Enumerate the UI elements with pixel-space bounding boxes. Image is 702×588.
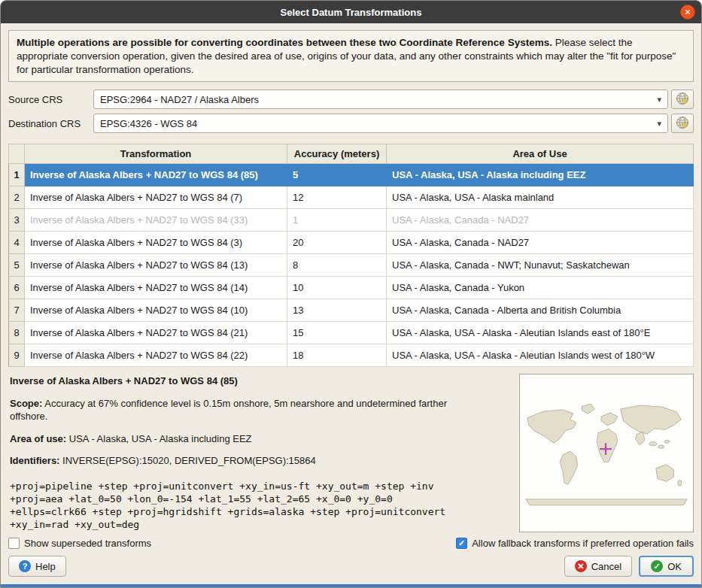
accuracy-cell: 13 — [287, 299, 387, 322]
help-icon: ? — [19, 560, 31, 572]
transformation-cell: Inverse of Alaska Albers + NAD27 to WGS … — [25, 344, 287, 367]
row-number: 8 — [9, 322, 25, 344]
area-cell: USA - Alaska, USA - Alaska - Aleutian Is… — [387, 344, 694, 367]
titlebar: Select Datum Transformations ✕ — [1, 1, 701, 23]
transformation-cell: Inverse of Alaska Albers + NAD27 to WGS … — [25, 232, 287, 254]
destination-crs-row: Destination CRS EPSG:4326 - WGS 84 ▾ — [8, 114, 694, 133]
transformation-details: Inverse of Alaska Albers + NAD27 to WGS … — [8, 374, 694, 532]
area-cell: USA - Alaska, Canada - NAD27 — [387, 232, 694, 254]
select-datum-transformations-dialog: Select Datum Transformations ✕ Multiple … — [0, 0, 702, 588]
row-number: 2 — [9, 186, 25, 209]
area-cell: USA - Alaska, USA - Alaska - Aleutian Is… — [387, 322, 694, 344]
chevron-down-icon: ▾ — [657, 95, 661, 105]
details-area-of-use: Area of use: USA - Alaska, USA - Alaska … — [10, 433, 461, 446]
accuracy-cell: 18 — [287, 344, 387, 367]
area-cell: USA - Alaska, Canada - NWT; Nunavut; Sas… — [387, 254, 694, 277]
area-of-use-map — [519, 374, 694, 532]
source-crs-row: Source CRS EPSG:2964 - NAD27 / Alaska Al… — [8, 89, 694, 109]
area-cell: USA - Alaska, USA - Alaska mainland — [387, 186, 694, 209]
ok-button-label: OK — [667, 561, 682, 572]
accuracy-cell: 20 — [287, 232, 387, 254]
accuracy-cell: 12 — [287, 186, 387, 209]
source-crs-picker-button[interactable] — [671, 89, 694, 109]
source-crs-combobox[interactable]: EPSG:2964 - NAD27 / Alaska Albers ▾ — [93, 89, 668, 109]
proj-pipeline-string: +proj=pipeline +step +proj=unitconvert +… — [10, 480, 461, 532]
column-header-area[interactable]: Area of Use — [387, 144, 694, 164]
accuracy-cell: 8 — [287, 254, 387, 277]
allow-fallback-checkbox[interactable]: ✓ Allow fallback transforms if preferred… — [456, 538, 694, 549]
crs-globe-icon — [676, 116, 689, 132]
checkbox-check-icon: ✓ — [456, 538, 467, 549]
row-number: 6 — [9, 277, 25, 299]
transformation-cell: Inverse of Alaska Albers + NAD27 to WGS … — [25, 209, 287, 232]
accuracy-cell: 15 — [287, 322, 387, 344]
destination-crs-label: Destination CRS — [8, 118, 93, 129]
dialog-button-row: ? Help ✕ Cancel ✓ OK — [8, 556, 694, 580]
area-of-use-label: Area of use: — [10, 433, 66, 444]
show-superseded-checkbox[interactable]: Show superseded transforms — [8, 538, 151, 549]
transformation-cell: Inverse of Alaska Albers + NAD27 to WGS … — [25, 254, 287, 277]
chevron-down-icon: ▾ — [657, 119, 661, 129]
ok-check-icon: ✓ — [651, 560, 663, 572]
area-cell: USA - Alaska, USA - Alaska including EEZ — [387, 164, 694, 186]
row-number: 9 — [9, 344, 25, 367]
scope-text: Accuracy at 67% confidence level is 0.15… — [10, 398, 447, 422]
area-cell: USA - Alaska, Canada - Alberta and Briti… — [387, 299, 694, 322]
details-text: Inverse of Alaska Albers + NAD27 to WGS … — [8, 374, 519, 532]
accuracy-cell: 5 — [287, 164, 387, 186]
source-crs-label: Source CRS — [8, 94, 93, 105]
intro-message: Multiple operations are possible for con… — [8, 30, 694, 82]
row-number: 7 — [9, 299, 25, 322]
window-bottom-edge — [1, 584, 701, 587]
identifiers-label: Identifiers: — [10, 455, 59, 466]
options-row: Show superseded transforms ✓ Allow fallb… — [8, 538, 694, 549]
world-map-image — [521, 397, 691, 510]
destination-crs-combobox[interactable]: EPSG:4326 - WGS 84 ▾ — [93, 114, 668, 133]
show-superseded-label: Show superseded transforms — [24, 538, 151, 549]
cancel-button-label: Cancel — [591, 561, 621, 572]
crs-globe-icon — [676, 92, 689, 108]
table-row[interactable]: 5 Inverse of Alaska Albers + NAD27 to WG… — [9, 254, 694, 277]
transformation-cell: Inverse of Alaska Albers + NAD27 to WGS … — [25, 164, 287, 186]
table-row[interactable]: 4 Inverse of Alaska Albers + NAD27 to WG… — [9, 232, 694, 254]
table-row[interactable]: 2 Inverse of Alaska Albers + NAD27 to WG… — [9, 186, 694, 209]
transformation-cell: Inverse of Alaska Albers + NAD27 to WGS … — [25, 186, 287, 209]
row-number: 4 — [9, 232, 25, 254]
destination-crs-picker-button[interactable] — [671, 114, 694, 133]
transformation-cell: Inverse of Alaska Albers + NAD27 to WGS … — [25, 322, 287, 344]
accuracy-cell: 10 — [287, 277, 387, 299]
dialog-title: Select Datum Transformations — [281, 7, 422, 18]
table-row[interactable]: 6 Inverse of Alaska Albers + NAD27 to WG… — [9, 277, 694, 299]
table-header-row: Transformation Accuracy (meters) Area of… — [9, 144, 694, 164]
cancel-icon: ✕ — [575, 560, 587, 572]
ok-button[interactable]: ✓ OK — [639, 556, 694, 577]
accuracy-cell: 1 — [287, 209, 387, 232]
area-cell: USA - Alaska, Canada - NAD27 — [387, 209, 694, 232]
close-button[interactable]: ✕ — [680, 5, 695, 20]
help-button-label: Help — [35, 561, 56, 572]
table-row[interactable]: 1 Inverse of Alaska Albers + NAD27 to WG… — [9, 164, 694, 186]
intro-bold-text: Multiple operations are possible for con… — [17, 37, 552, 48]
column-header-accuracy[interactable]: Accuracy (meters) — [287, 144, 387, 164]
allow-fallback-label: Allow fallback transforms if preferred o… — [472, 538, 694, 549]
table-row[interactable]: 3 Inverse of Alaska Albers + NAD27 to WG… — [9, 209, 694, 232]
corner-header-cell — [9, 144, 25, 164]
scope-label: Scope: — [10, 398, 42, 409]
row-number: 5 — [9, 254, 25, 277]
transformation-cell: Inverse of Alaska Albers + NAD27 to WGS … — [25, 277, 287, 299]
row-number: 1 — [9, 164, 25, 186]
table-row[interactable]: 7 Inverse of Alaska Albers + NAD27 to WG… — [9, 299, 694, 322]
help-button[interactable]: ? Help — [8, 556, 66, 577]
checkbox-box-icon — [8, 538, 20, 549]
column-header-transformation[interactable]: Transformation — [25, 144, 287, 164]
details-identifiers: Identifiers: INVERSE(EPSG):15020, DERIVE… — [10, 455, 461, 468]
cancel-button[interactable]: ✕ Cancel — [564, 556, 632, 577]
close-icon: ✕ — [684, 8, 691, 17]
area-of-use-text: USA - Alaska, USA - Alaska including EEZ — [66, 433, 251, 444]
source-crs-value: EPSG:2964 - NAD27 / Alaska Albers — [100, 94, 652, 105]
destination-crs-value: EPSG:4326 - WGS 84 — [100, 118, 652, 129]
area-cell: USA - Alaska, Canada - Yukon — [387, 277, 694, 299]
table-row[interactable]: 8 Inverse of Alaska Albers + NAD27 to WG… — [9, 322, 694, 344]
table-row[interactable]: 9 Inverse of Alaska Albers + NAD27 to WG… — [9, 344, 694, 367]
details-title: Inverse of Alaska Albers + NAD27 to WGS … — [10, 375, 512, 386]
